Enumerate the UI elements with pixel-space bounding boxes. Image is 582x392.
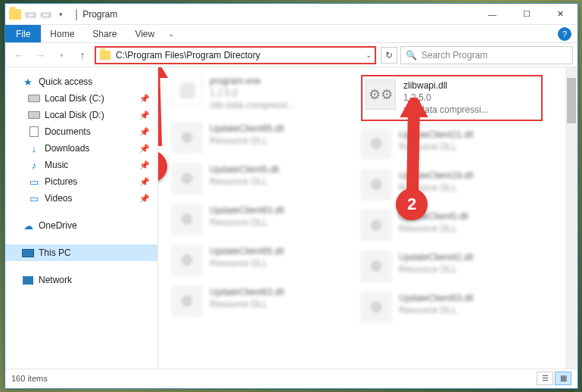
sidebar-item-local-d[interactable]: Local Disk (D:)📌 (5, 107, 157, 123)
file-item[interactable]: ⚙UpdateClient42.dllResource DLL (361, 251, 543, 282)
sidebar-this-pc[interactable]: This PC (5, 244, 157, 261)
file-item[interactable]: ⚙UpdateClient5.dllResource DLL (172, 163, 353, 194)
dll-icon: ⚙ (172, 204, 202, 235)
callout-arrow-2 (390, 98, 435, 204)
svg-marker-3 (405, 98, 423, 114)
window-title: Program (82, 9, 117, 20)
dll-icon: ⚙ (172, 286, 202, 316)
file-list[interactable]: ⬜ program.exe1.2.5.0zlib data compressi.… (158, 67, 577, 369)
pin-icon: 📌 (139, 194, 150, 204)
search-icon: 🔍 (406, 50, 417, 61)
search-placeholder: Search Program (422, 50, 487, 61)
sidebar-item-documents[interactable]: Documents📌 (5, 123, 157, 140)
pin-icon: 📌 (139, 144, 150, 154)
svg-marker-2 (409, 104, 417, 196)
dll-icon: ⚙ (361, 292, 391, 322)
titlebar: ▭ ▭ ▾ | Program — ☐ ✕ (5, 4, 577, 25)
pc-icon (22, 247, 34, 259)
maximize-button[interactable]: ☐ (509, 4, 543, 25)
search-input[interactable]: 🔍 Search Program (400, 46, 573, 64)
address-folder-icon (99, 50, 111, 61)
file-item-zlibwapi[interactable]: ⚙⚙ zlibwapi.dll1.2.5.0zlib data compress… (361, 75, 543, 121)
callout-arrow-1 (158, 67, 188, 158)
statusbar: 160 items ☰ ▦ (5, 369, 577, 387)
downloads-icon: ↓ (28, 142, 40, 154)
address-dropdown-icon[interactable]: ⌄ (366, 51, 372, 59)
qat-customize-icon[interactable]: ▾ (54, 8, 67, 21)
scroll-thumb[interactable] (567, 78, 576, 123)
view-icons-button[interactable]: ▦ (555, 372, 571, 385)
ribbon: File Home Share View ⌄ ? (5, 25, 577, 43)
qat-newfolder-icon[interactable]: ▭ (39, 8, 52, 21)
sidebar-network[interactable]: Network (5, 272, 157, 288)
sidebar-item-local-c[interactable]: Local Disk (C:)📌 (5, 90, 157, 107)
nav-up-button[interactable]: ↑ (73, 46, 92, 64)
refresh-button[interactable]: ↻ (381, 47, 397, 64)
sidebar-item-videos[interactable]: ▭Videos📌 (5, 190, 157, 207)
view-details-button[interactable]: ☰ (537, 372, 553, 385)
nav-back-button[interactable]: ← (10, 46, 28, 64)
sidebar: ★Quick access Local Disk (C:)📌 Local Dis… (5, 67, 158, 369)
address-path: C:\Program Files\Program Directory (116, 50, 361, 61)
documents-icon (28, 126, 40, 138)
ribbon-expand-icon[interactable]: ⌄ (163, 30, 179, 38)
music-icon: ♪ (28, 159, 40, 171)
videos-icon: ▭ (28, 192, 40, 204)
drive-icon (28, 92, 40, 104)
sidebar-onedrive[interactable]: ☁OneDrive (5, 217, 157, 234)
navbar: ← → ▾ ↑ C:\Program Files\Program Directo… (5, 43, 577, 67)
pin-icon: 📌 (139, 94, 150, 104)
network-icon (22, 274, 34, 286)
file-item[interactable]: ⬜ program.exe1.2.5.0zlib data compressi.… (172, 75, 353, 112)
file-item[interactable]: ⚙UpdateClient65.dllResource DLL (172, 245, 353, 275)
svg-marker-1 (158, 67, 163, 75)
star-icon: ★ (22, 76, 34, 88)
dll-icon: ⚙ (361, 129, 391, 159)
file-item[interactable]: ⚙UpdateClient63.dllResource DLL (361, 292, 543, 322)
item-count: 160 items (11, 374, 48, 383)
tab-view[interactable]: View (126, 26, 163, 42)
content-area: ★Quick access Local Disk (C:)📌 Local Dis… (5, 67, 577, 369)
tab-share[interactable]: Share (83, 26, 126, 42)
pin-icon: 📌 (139, 177, 150, 187)
svg-marker-0 (158, 67, 159, 143)
tab-file[interactable]: File (5, 25, 41, 42)
file-item[interactable]: ⚙UpdateClient63.dllResource DLL (172, 286, 353, 316)
drive-icon (28, 109, 40, 121)
nav-recent-icon[interactable]: ▾ (52, 46, 70, 64)
file-item[interactable]: ⚙UpdateClient63.dllResource DLL (172, 204, 353, 235)
cloud-icon: ☁ (22, 219, 34, 232)
close-button[interactable]: ✕ (543, 4, 577, 25)
app-folder-icon (8, 8, 22, 21)
dll-icon: ⚙ (172, 245, 202, 275)
pin-icon: 📌 (139, 110, 150, 120)
tab-home[interactable]: Home (41, 26, 83, 42)
callout-badge-2: 2 (396, 188, 428, 220)
pin-icon: 📌 (139, 127, 150, 137)
sidebar-item-music[interactable]: ♪Music📌 (5, 157, 157, 173)
title-separator: | (75, 8, 78, 21)
help-icon[interactable]: ? (558, 27, 571, 41)
explorer-window: ▭ ▭ ▾ | Program — ☐ ✕ File Home Share Vi… (5, 3, 578, 389)
sidebar-item-downloads[interactable]: ↓Downloads📌 (5, 140, 157, 157)
dll-icon: ⚙ (361, 170, 391, 200)
file-item[interactable]: ⚙UpdateClient21.dllResource DLL (361, 129, 543, 159)
address-bar[interactable]: C:\Program Files\Program Directory ⌄ (95, 46, 376, 64)
pictures-icon: ▭ (28, 176, 40, 188)
file-item[interactable]: ⚙UpdateClient19.dllResource DLL (361, 170, 543, 200)
pin-icon: 📌 (139, 160, 150, 170)
dll-icon: ⚙ (361, 251, 391, 282)
dll-icon: ⚙ (361, 210, 391, 241)
sidebar-quick-access[interactable]: ★Quick access (5, 73, 157, 90)
nav-forward-button[interactable]: → (31, 46, 49, 64)
qat-properties-icon[interactable]: ▭ (23, 8, 37, 21)
scrollbar[interactable] (565, 67, 577, 369)
dll-icon: ⚙ (172, 163, 202, 194)
file-item[interactable]: ⚙UpdateClient5.dllResource DLL (361, 210, 543, 241)
file-item[interactable]: ⚙UpdateClient65.dllResource DLL (172, 123, 353, 153)
minimize-button[interactable]: — (475, 4, 509, 25)
sidebar-item-pictures[interactable]: ▭Pictures📌 (5, 173, 157, 190)
